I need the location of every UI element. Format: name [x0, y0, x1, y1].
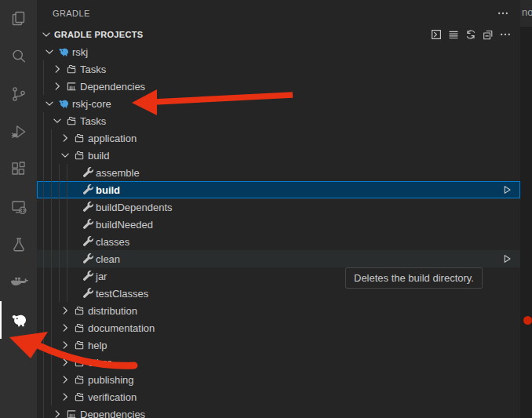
chevron-right-icon[interactable]: [59, 322, 71, 334]
tasks-folder-icon: [71, 304, 86, 317]
tree-row-rskj-core[interactable]: rskj-core: [37, 95, 520, 112]
tasks-folder-icon: [64, 114, 78, 127]
panel-more-actions-button[interactable]: [496, 6, 510, 20]
activity-item-explorer[interactable]: [0, 0, 37, 38]
docker-whale-icon: [9, 273, 28, 292]
collapse-all-button[interactable]: [481, 27, 495, 42]
chevron-right-icon[interactable]: [59, 339, 71, 351]
activity-bar: [0, 0, 37, 418]
panel-header: GRADLE: [37, 0, 520, 26]
run-task-button[interactable]: [501, 253, 513, 265]
show-flat-list-button[interactable]: [446, 27, 461, 42]
wrench-icon: [79, 287, 94, 300]
gradle-elephant-icon: [9, 311, 28, 329]
chevron-down-icon[interactable]: [43, 97, 56, 110]
tree-row-help[interactable]: help: [37, 336, 520, 354]
tree-row-dependencies[interactable]: Dependencies: [37, 78, 520, 95]
collapse-all-icon: [482, 28, 494, 41]
tree-row-buildneeded[interactable]: buildNeeded: [37, 216, 520, 233]
gradle-elephant-icon: [56, 45, 71, 58]
tree-row-build[interactable]: build: [37, 181, 520, 198]
tree-item-label: classes: [96, 236, 129, 248]
chevron-right-icon[interactable]: [51, 408, 64, 418]
beaker-icon: [9, 235, 28, 254]
run-and-debug-icon: [9, 122, 28, 141]
tasks-folder-icon: [71, 356, 86, 369]
source-control-icon: [9, 85, 28, 104]
tree-item-label: other: [88, 357, 111, 369]
tree-item-label: publishing: [88, 374, 134, 386]
tree-row-rskj[interactable]: rskj: [37, 43, 520, 60]
tree-row-builddependents[interactable]: buildDependents: [37, 198, 520, 216]
tree-item-label: clean: [96, 253, 120, 265]
activity-item-run-and-debug[interactable]: [0, 113, 37, 151]
lines-icon: [447, 28, 460, 41]
activity-item-source-control[interactable]: [0, 75, 37, 113]
chevron-down-icon[interactable]: [51, 114, 64, 127]
panel-title: GRADLE: [53, 9, 90, 18]
tree-item-label: documentation: [88, 322, 155, 334]
tree-row-clean[interactable]: clean: [37, 250, 520, 267]
chevron-right-icon[interactable]: [59, 373, 71, 386]
run-task-in-terminal-button[interactable]: [429, 27, 443, 42]
tooltip: Deletes the build directory.: [345, 267, 483, 289]
wrench-icon: [79, 253, 94, 265]
tree-item-label: rskj: [72, 46, 88, 58]
extensions-icon: [9, 160, 28, 179]
refresh-icon: [465, 28, 477, 41]
tree-row-documentation[interactable]: documentation: [37, 319, 520, 336]
chevron-down-icon[interactable]: [40, 28, 53, 41]
tree-row-tasks[interactable]: Tasks: [37, 60, 520, 78]
tree-row-classes[interactable]: classes: [37, 233, 520, 250]
more-actions-button[interactable]: [498, 27, 512, 42]
tree-item-label: testClasses: [96, 288, 148, 300]
wrench-icon: [79, 218, 94, 231]
tree-row-application[interactable]: application: [37, 129, 520, 147]
tree-item-label: jar: [96, 271, 107, 282]
dependencies-icon: [64, 408, 78, 418]
tree-row-dependencies[interactable]: Dependencies: [37, 405, 520, 418]
activity-item-remote-explorer[interactable]: [0, 188, 37, 226]
dependencies-icon: [64, 80, 78, 93]
chevron-right-icon[interactable]: [51, 80, 64, 93]
tree-item-label: buildDependents: [96, 202, 173, 213]
boxed-run-icon: [430, 28, 443, 41]
gradle-projects-tree: rskjTasksDependenciesrskj-coreTasksappli…: [37, 43, 520, 418]
activity-item-docker[interactable]: [0, 264, 37, 301]
tooltip-text: Deletes the build directory.: [354, 272, 474, 284]
section-header[interactable]: GRADLE PROJECTS: [37, 26, 520, 43]
tree-item-label: verification: [88, 391, 137, 403]
annotation-red-dot: [523, 316, 532, 325]
tree-row-other[interactable]: other: [37, 354, 520, 371]
tasks-folder-icon: [71, 373, 86, 386]
tree-row-verification[interactable]: verification: [37, 388, 520, 405]
tree-row-publishing[interactable]: publishing: [37, 371, 520, 388]
run-task-button[interactable]: [501, 184, 513, 196]
editor-tab-partial[interactable]: no: [520, 0, 532, 27]
activity-item-gradle[interactable]: [0, 301, 37, 339]
refresh-button[interactable]: [464, 27, 478, 42]
chevron-right-icon[interactable]: [59, 304, 71, 317]
wrench-icon: [79, 235, 94, 248]
chevron-right-icon[interactable]: [59, 391, 71, 403]
wrench-icon: [79, 201, 94, 213]
chevron-right-icon[interactable]: [59, 356, 71, 369]
tree-row-assemble[interactable]: assemble: [37, 164, 520, 181]
tree-item-label: application: [88, 133, 137, 144]
activity-item-search[interactable]: [0, 38, 37, 75]
chevron-down-icon[interactable]: [59, 149, 71, 162]
chevron-down-icon[interactable]: [43, 45, 56, 58]
wrench-icon: [79, 166, 94, 179]
tree-row-distribution[interactable]: distribution: [37, 302, 520, 319]
chevron-right-icon[interactable]: [59, 132, 71, 144]
tree-item-label: rskj-core: [72, 98, 111, 110]
tasks-folder-icon: [71, 322, 86, 334]
tasks-folder-icon: [71, 391, 86, 403]
tree-row-tasks[interactable]: Tasks: [37, 112, 520, 129]
activity-item-extensions[interactable]: [0, 151, 37, 188]
chevron-right-icon[interactable]: [51, 63, 64, 75]
tree-row-build[interactable]: build: [37, 147, 520, 164]
files-icon: [9, 9, 28, 28]
tree-item-label: Tasks: [80, 115, 106, 127]
activity-item-testing[interactable]: [0, 226, 37, 264]
